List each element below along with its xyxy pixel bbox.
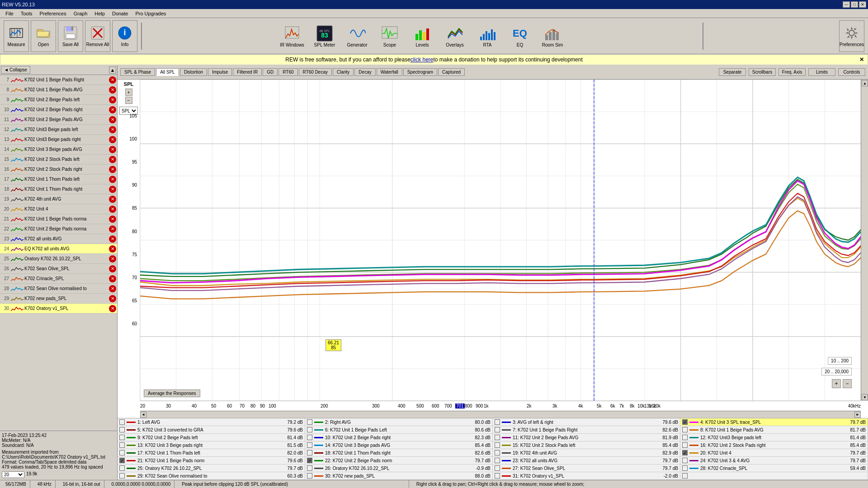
chart-tab-clarity[interactable]: Clarity: [333, 68, 354, 76]
limits-button[interactable]: Limits: [808, 68, 835, 76]
legend-checkbox[interactable]: [119, 473, 125, 479]
ir-windows-button[interactable]: IR Windows: [278, 24, 307, 47]
spl-zoom-in-button[interactable]: +: [125, 89, 132, 96]
scroll-right-arrow[interactable]: ►: [854, 412, 861, 418]
item-name[interactable]: K702 Unit 1 Thom Pads left: [24, 177, 109, 182]
item-name[interactable]: K702 Unit 2 Beige Pads norma: [24, 226, 109, 231]
levels-button[interactable]: Levels: [408, 24, 437, 47]
item-name[interactable]: K702 Unit 2 Beige Pads left: [24, 97, 109, 102]
legend-checkbox[interactable]: [307, 473, 312, 479]
legend-checkbox[interactable]: [682, 473, 688, 479]
item-name[interactable]: K702 new pads_SPL: [24, 296, 109, 301]
legend-cell[interactable]: 2: Right AVG 80.0 dB: [305, 418, 493, 426]
item-name[interactable]: K702 4th unit AVG: [24, 197, 109, 202]
chart-tab-filtered-ir[interactable]: Filtered IR: [233, 68, 262, 76]
legend-cell[interactable]: 7: K702 Unit 1 Beige Pads Right 82.6 dB: [493, 426, 680, 433]
rta-button[interactable]: RTA: [473, 24, 502, 47]
item-name[interactable]: K702 Unit 2 Stock Pads right: [24, 167, 109, 172]
legend-cell[interactable]: 16: K702 Unit 2 Stock Pads right 85.4 dB: [680, 441, 868, 449]
item-delete-button[interactable]: ✕: [109, 285, 116, 292]
spl-zoom-out-button[interactable]: −: [125, 97, 132, 104]
separate-button[interactable]: Separate: [719, 68, 746, 76]
chart-plot[interactable]: 66.21 Average the Responses 10 .. 200 20…: [140, 80, 861, 401]
item-name[interactable]: K702 Unit 1 Thom Pads right: [24, 187, 109, 192]
item-delete-button[interactable]: ✕: [109, 96, 116, 103]
item-delete-button[interactable]: ✕: [109, 265, 116, 272]
measurement-item[interactable]: 11 K702 Unit 2 Beige Pads AVG ✕: [0, 115, 117, 125]
measurement-item[interactable]: 25 Oratory K702 26.10.22_SPL ✕: [0, 254, 117, 264]
item-name[interactable]: K702 Unit3 Beige pads right: [24, 137, 109, 142]
item-delete-button[interactable]: ✕: [109, 235, 116, 243]
measurement-item[interactable]: 9 K702 Unit 2 Beige Pads left ✕: [0, 95, 117, 105]
legend-cell[interactable]: 6: K702 Unit 1 Beige Pads Left 80.6 dB: [305, 426, 493, 433]
legend-checkbox[interactable]: [119, 419, 125, 425]
item-delete-button[interactable]: ✕: [109, 255, 116, 263]
legend-checkbox[interactable]: [307, 435, 312, 440]
legend-cell[interactable]: 31: K702 Oratory v1_SPL -2.0 dB: [493, 472, 680, 479]
menu-preferences[interactable]: Preferences: [36, 10, 70, 17]
scroll-down-arrow[interactable]: ▼: [862, 394, 868, 400]
legend-cell[interactable]: 8: K702 Unit 1 Beige Pads AVG 81.7 dB: [680, 426, 868, 433]
menu-file[interactable]: File: [2, 10, 17, 17]
chart-tab-rt60-decay[interactable]: RT60 Decay: [299, 68, 332, 76]
legend-cell[interactable]: 19: K702 4th unit AVG 82.9 dB: [493, 449, 680, 456]
item-delete-button[interactable]: ✕: [109, 166, 116, 173]
spl-meter-button[interactable]: dB SPL 83 SPL Meter: [310, 24, 339, 47]
chart-tab-spl--phase[interactable]: SPL & Phase: [120, 68, 155, 76]
legend-cell[interactable]: ✓ 20: K702 Unit 4 79.7 dB: [680, 449, 868, 456]
item-delete-button[interactable]: ✕: [109, 176, 116, 183]
legend-cell[interactable]: [680, 472, 868, 479]
item-name[interactable]: K702 Sean Olive_SPL: [24, 266, 109, 271]
item-name[interactable]: EQ K702 all units AVG: [24, 246, 109, 251]
legend-cell[interactable]: 24: K702 Unit 3 & 4 AVG 79.7 dB: [680, 457, 868, 464]
item-delete-button[interactable]: ✕: [109, 196, 116, 203]
legend-cell[interactable]: 3: AVG of left & right 79.6 dB: [493, 418, 680, 426]
close-button[interactable]: ✕: [859, 1, 866, 8]
measurement-item[interactable]: 18 K702 Unit 1 Thom Pads right ✕: [0, 184, 117, 194]
horizontal-scrollbar[interactable]: ◄ ►: [140, 411, 861, 418]
item-delete-button[interactable]: ✕: [109, 76, 116, 84]
legend-cell[interactable]: 1: Left AVG 79.2 dB: [118, 418, 305, 426]
item-name[interactable]: K702 Unit 3 Beige pads AVG: [24, 147, 109, 152]
legend-cell[interactable]: 23: K702 all units AVG 79.7 dB: [493, 457, 680, 464]
item-name[interactable]: K702 Unit 1 Beige Pads norma: [24, 216, 109, 221]
average-responses-button[interactable]: Average the Responses: [144, 389, 200, 397]
open-button[interactable]: Open: [31, 20, 56, 52]
item-name[interactable]: K702 Unit 4: [24, 206, 109, 211]
scroll-amount-select[interactable]: 20: [2, 471, 24, 478]
scope-button[interactable]: Scope: [375, 24, 404, 47]
measurement-item[interactable]: 10 K702 Unit 2 Beige Pads right ✕: [0, 105, 117, 115]
item-name[interactable]: K702 Oratory v1_SPL: [24, 306, 109, 311]
legend-cell[interactable]: 14: K702 Unit 3 Beige pads AVG 85.4 dB: [305, 441, 493, 449]
measurement-item[interactable]: 28 K702 Sean Olive normalised to ✕: [0, 284, 117, 294]
legend-checkbox[interactable]: [119, 435, 125, 440]
measurement-item[interactable]: 8 K702 Unit 1 Beige Pads AVG ✕: [0, 85, 117, 95]
measurement-item[interactable]: 20 K702 Unit 4 ✕: [0, 204, 117, 214]
legend-checkbox[interactable]: [682, 427, 688, 432]
item-delete-button[interactable]: ✕: [109, 106, 116, 113]
legend-checkbox[interactable]: ✓: [119, 458, 125, 463]
legend-cell[interactable]: 26: Oratory K702 26.10.22_SPL -0.9 dB: [305, 465, 493, 472]
legend-checkbox[interactable]: ✓: [682, 450, 688, 455]
legend-checkbox[interactable]: [119, 465, 125, 471]
item-name[interactable]: K702 Unit 2 Stock Pads left: [24, 157, 109, 162]
donation-close-button[interactable]: ✕: [859, 56, 864, 63]
measurement-item[interactable]: 26 K702 Sean Olive_SPL ✕: [0, 264, 117, 274]
legend-checkbox[interactable]: [119, 450, 125, 455]
legend-checkbox[interactable]: [495, 473, 500, 479]
legend-cell[interactable]: 17: K702 Unit 1 Thom Pads left 82.0 dB: [118, 449, 305, 456]
item-delete-button[interactable]: ✕: [109, 305, 116, 312]
scrollbars-button[interactable]: Scrollbars: [749, 68, 776, 76]
item-name[interactable]: K702 Unit3 Beige pads left: [24, 127, 109, 132]
maximize-button[interactable]: □: [851, 1, 858, 8]
legend-cell[interactable]: 9: K702 Unit 2 Beige Pads left 81.4 dB: [118, 434, 305, 441]
item-delete-button[interactable]: ✕: [109, 245, 116, 253]
legend-checkbox[interactable]: [495, 442, 500, 448]
collapse-button[interactable]: ◄ Collapse: [1, 66, 30, 74]
item-delete-button[interactable]: ✕: [109, 225, 116, 233]
item-name[interactable]: K702 Sean Olive normalised to: [24, 286, 109, 291]
item-name[interactable]: K702 all units AVG: [24, 236, 109, 241]
legend-checkbox[interactable]: [495, 419, 500, 425]
legend-checkbox[interactable]: [119, 442, 125, 448]
menu-graph[interactable]: Graph: [70, 10, 91, 17]
